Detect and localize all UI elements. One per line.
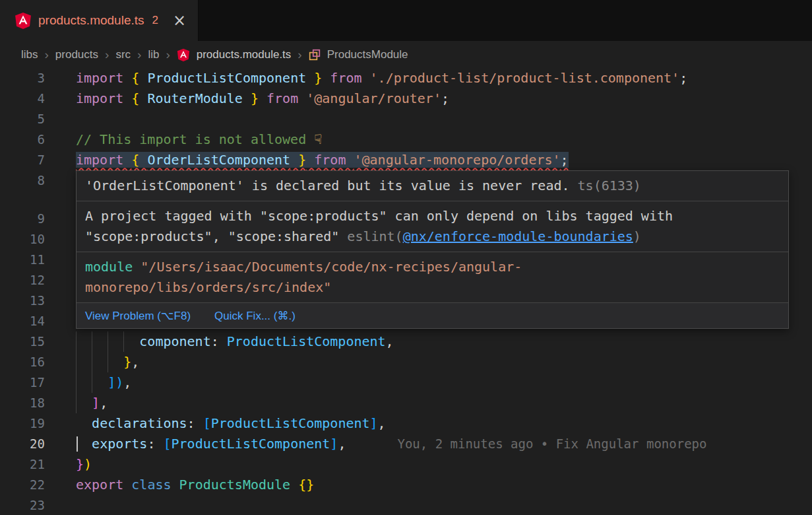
line-number[interactable]: 22 — [0, 475, 45, 495]
line-number[interactable]: 21 — [0, 454, 45, 475]
editor-line-row: 15component: ProductListComponent, — [0, 331, 812, 352]
code-line-15[interactable]: component: ProductListComponent, — [45, 331, 812, 352]
code-token: [ — [203, 415, 211, 431]
line-number[interactable]: 10 — [0, 229, 45, 250]
line-number[interactable]: 12 — [0, 270, 45, 291]
breadcrumb-libs[interactable]: libs — [21, 48, 38, 61]
line-number[interactable]: 23 — [0, 495, 45, 515]
code-line-4[interactable]: import { RouterModule } from '@angular/r… — [45, 88, 812, 109]
angular-file-icon — [177, 48, 190, 61]
code-line-6[interactable]: // This import is not allowed ☟ — [45, 129, 812, 150]
editor-line-row: 16}, — [0, 352, 812, 372]
code-token: './product-list/product-list.component' — [370, 70, 680, 86]
hover-popup: 'OrderListComponent' is declared but its… — [76, 170, 789, 329]
line-number[interactable]: 20 — [0, 434, 45, 454]
code-line-18[interactable]: ], — [45, 393, 812, 413]
git-blame-annotation: You, 2 minutes ago • Fix Angular monorep… — [397, 436, 706, 451]
code-line-19[interactable]: declarations: [ProductListComponent], — [45, 413, 812, 434]
editor-line-row: 6// This import is not allowed ☟ — [0, 129, 812, 150]
tab-close-icon[interactable]: × — [173, 13, 186, 28]
code-text: }) — [76, 456, 92, 472]
breadcrumb-symbol[interactable]: ProductsModule — [327, 48, 408, 61]
code-token: , — [131, 354, 139, 370]
code-token: } — [243, 90, 259, 106]
code-token: , — [378, 415, 386, 431]
editor-line-row: 20 exports: [ProductListComponent],You, … — [0, 434, 812, 454]
editor-line-row: 23 — [0, 495, 812, 515]
code-token: ) — [115, 374, 123, 390]
indent-guide — [108, 331, 123, 352]
line-number[interactable]: 19 — [0, 413, 45, 434]
code-token: ProductListComponent — [227, 333, 386, 349]
editor-line-row: 5 — [0, 109, 812, 129]
line-number[interactable]: 16 — [0, 352, 45, 372]
editor-line-row: 17]), — [0, 372, 812, 393]
line-number[interactable]: 4 — [0, 88, 45, 109]
quick-fix-button[interactable]: Quick Fix... (⌘.) — [214, 309, 296, 323]
code-line-21[interactable]: }) — [45, 454, 812, 475]
code-line-17[interactable]: ]), — [45, 372, 812, 393]
hover-eslint-diagnostic: A project tagged with "scope:products" c… — [77, 201, 788, 252]
code-line-7[interactable]: import { OrderListComponent } from '@ang… — [45, 150, 812, 170]
indent-guide — [92, 372, 108, 393]
code-token: ) — [84, 456, 92, 472]
code-line-16[interactable]: }, — [45, 352, 812, 372]
line-number[interactable]: 15 — [0, 331, 45, 352]
module-keyword: module — [85, 259, 133, 275]
breadcrumb-products[interactable]: products — [55, 48, 98, 61]
breadcrumb: libs › products › src › lib › products.m… — [0, 41, 812, 68]
code-line-22[interactable]: export class ProductsModule {} — [45, 475, 812, 495]
code-token: { — [131, 152, 147, 168]
line-number[interactable]: 13 — [0, 291, 45, 311]
code-token: { — [131, 90, 147, 106]
code-token: import — [76, 152, 131, 168]
code-token: [ — [163, 436, 171, 452]
line-number[interactable]: 5 — [0, 109, 45, 129]
code-token — [76, 415, 92, 431]
editor-line-row: 4import { RouterModule } from '@angular/… — [0, 88, 812, 109]
code-token: exports — [92, 436, 147, 452]
hover-actions-bar: View Problem (⌥F8) Quick Fix... (⌘.) — [77, 303, 788, 328]
code-line-23[interactable] — [45, 495, 812, 515]
ts-diagnostic-source: ts(6133) — [578, 178, 641, 193]
breadcrumb-src[interactable]: src — [115, 48, 131, 61]
indent-guide — [108, 352, 123, 372]
editor-line-row: 18], — [0, 393, 812, 413]
breadcrumb-lib[interactable]: lib — [148, 48, 159, 61]
line-number[interactable]: 14 — [0, 311, 45, 331]
line-number[interactable]: 3 — [0, 68, 45, 88]
code-token: ProductListComponent — [147, 70, 306, 86]
eslint-rule-link[interactable]: @nx/enforce-module-boundaries — [403, 228, 633, 244]
tab-products-module[interactable]: products.module.ts 2 × — [0, 0, 199, 41]
angular-file-icon — [15, 12, 32, 29]
cursor-caret — [77, 436, 78, 452]
code-line-3[interactable]: import { ProductListComponent } from './… — [45, 68, 812, 88]
line-number[interactable]: 7 — [0, 150, 45, 170]
line-number[interactable]: 11 — [0, 250, 45, 270]
line-number[interactable]: 18 — [0, 393, 45, 413]
code-token: '@angular/router' — [306, 90, 441, 106]
indent-guide — [76, 372, 92, 393]
line-number[interactable]: 6 — [0, 129, 45, 150]
module-path-line2: monorepo/libs/orders/src/index" — [85, 279, 331, 295]
code-text: exports: [ProductListComponent], — [76, 436, 346, 452]
code-token: // This import is not allowed — [76, 131, 314, 147]
code-line-5[interactable] — [45, 109, 812, 129]
line-number[interactable]: 9 — [0, 209, 45, 229]
view-problem-button[interactable]: View Problem (⌥F8) — [85, 309, 191, 323]
code-token: } — [123, 354, 131, 370]
code-token: : — [147, 436, 163, 452]
editor-line-row: 21}) — [0, 454, 812, 475]
code-token: ☟ — [314, 131, 322, 147]
code-token: class — [131, 477, 179, 493]
breadcrumb-file[interactable]: products.module.ts — [197, 48, 292, 61]
hover-module-info: module "/Users/isaac/Documents/code/nx-r… — [77, 252, 788, 302]
breadcrumb-separator: › — [105, 48, 109, 62]
code-editor[interactable]: 3import { ProductListComponent } from '.… — [0, 68, 812, 515]
code-token: , — [123, 374, 131, 390]
code-line-20[interactable]: exports: [ProductListComponent],You, 2 m… — [45, 434, 812, 454]
code-text: ], — [92, 395, 108, 411]
line-number[interactable]: 8 — [0, 170, 45, 191]
hover-ts-diagnostic: 'OrderListComponent' is declared but its… — [77, 171, 788, 201]
line-number[interactable]: 17 — [0, 372, 45, 393]
